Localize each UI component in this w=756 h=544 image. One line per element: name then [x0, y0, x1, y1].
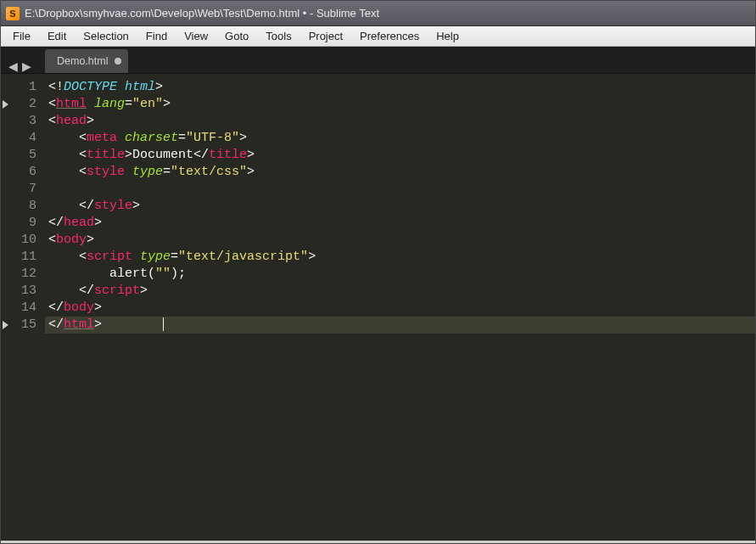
line-number: 15: [1, 317, 36, 334]
code-line[interactable]: </body>: [48, 300, 755, 317]
code-line[interactable]: <style type="text/css">: [48, 164, 755, 181]
menu-file[interactable]: File: [4, 28, 39, 44]
code-line[interactable]: <head>: [48, 113, 755, 130]
history-forward-icon[interactable]: ▶: [20, 59, 33, 73]
text-caret-icon: [163, 317, 164, 331]
menu-preferences[interactable]: Preferences: [351, 28, 428, 44]
menubar: FileEditSelectionFindViewGotoToolsProjec…: [1, 26, 755, 47]
tab-label: Demo.html: [57, 55, 108, 67]
code-line[interactable]: <title>Document</title>: [48, 147, 755, 164]
menu-view[interactable]: View: [176, 28, 216, 44]
line-number: 6: [1, 164, 36, 181]
menu-help[interactable]: Help: [428, 28, 468, 44]
line-number: 9: [1, 215, 36, 232]
line-number: 14: [1, 300, 36, 317]
menu-selection[interactable]: Selection: [75, 28, 137, 44]
tab-demo-html[interactable]: Demo.html: [45, 49, 128, 73]
window-title: E:\Dropbox\smyhvae.com\Develop\Web\Test\…: [25, 7, 750, 20]
line-number: 4: [1, 130, 36, 147]
menu-goto[interactable]: Goto: [216, 28, 257, 44]
line-number: 7: [1, 181, 36, 198]
code-line[interactable]: alert("");: [48, 266, 755, 283]
line-number: 12: [1, 266, 36, 283]
titlebar[interactable]: S E:\Dropbox\smyhvae.com\Develop\Web\Tes…: [1, 1, 755, 26]
window: S E:\Dropbox\smyhvae.com\Develop\Web\Tes…: [0, 0, 756, 544]
line-number: 3: [1, 113, 36, 130]
line-number: 2: [1, 96, 36, 113]
menu-project[interactable]: Project: [300, 28, 351, 44]
code-line[interactable]: [48, 181, 755, 198]
dirty-dot-icon: [115, 58, 121, 64]
line-number: 5: [1, 147, 36, 164]
code-line[interactable]: <body>: [48, 232, 755, 249]
line-number: 10: [1, 232, 36, 249]
history-back-icon[interactable]: ◀: [6, 59, 20, 73]
code-line[interactable]: <meta charset="UTF-8">: [48, 130, 755, 147]
menu-find[interactable]: Find: [137, 28, 176, 44]
code-area[interactable]: <!DOCTYPE html><html lang="en"><head> <m…: [45, 74, 755, 541]
gutter: 123456789101112131415: [1, 74, 45, 541]
line-number: 11: [1, 249, 36, 266]
code-line[interactable]: <html lang="en">: [48, 96, 755, 113]
menu-tools[interactable]: Tools: [257, 28, 300, 44]
line-number: 1: [1, 79, 36, 96]
code-line[interactable]: </head>: [48, 215, 755, 232]
code-line[interactable]: </style>: [48, 198, 755, 215]
code-line[interactable]: </script>: [48, 283, 755, 300]
editor[interactable]: 123456789101112131415 <!DOCTYPE html><ht…: [1, 74, 755, 541]
app-icon: S: [6, 7, 20, 20]
code-line[interactable]: <!DOCTYPE html>: [48, 79, 755, 96]
tabstrip: ◀ ▶ Demo.html: [1, 47, 755, 74]
tab-history-arrows[interactable]: ◀ ▶: [6, 59, 33, 73]
code-line[interactable]: <script type="text/javascript">: [48, 249, 755, 266]
code-line[interactable]: </html>: [45, 317, 755, 334]
line-number: 13: [1, 283, 36, 300]
line-number: 8: [1, 198, 36, 215]
menu-edit[interactable]: Edit: [39, 28, 75, 44]
status-spacer: [1, 541, 755, 543]
